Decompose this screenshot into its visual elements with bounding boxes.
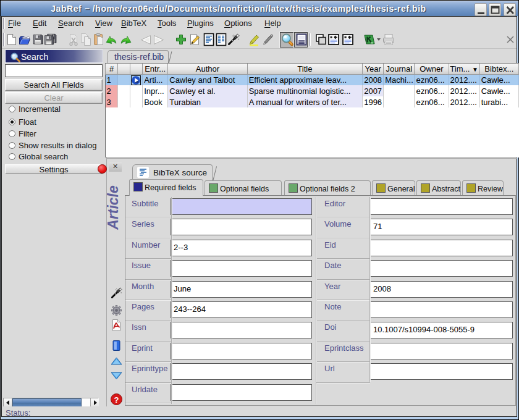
svg-text:?: ? (114, 395, 119, 405)
